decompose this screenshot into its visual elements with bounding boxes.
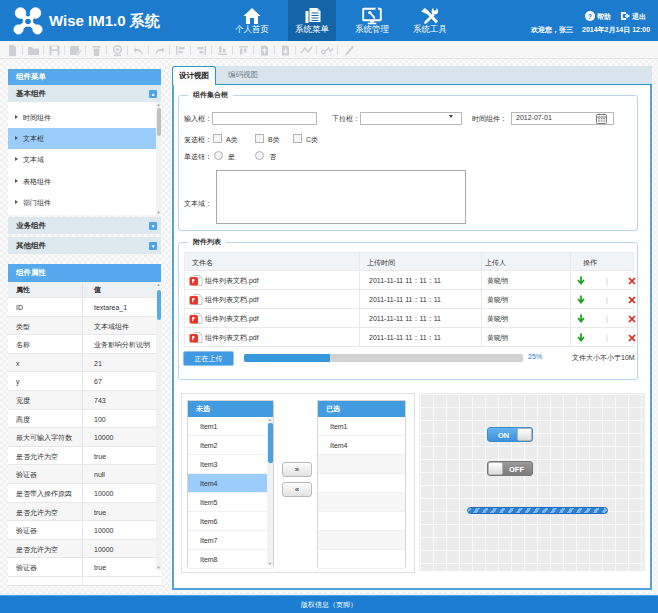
svg-text:?: ? bbox=[588, 13, 592, 20]
